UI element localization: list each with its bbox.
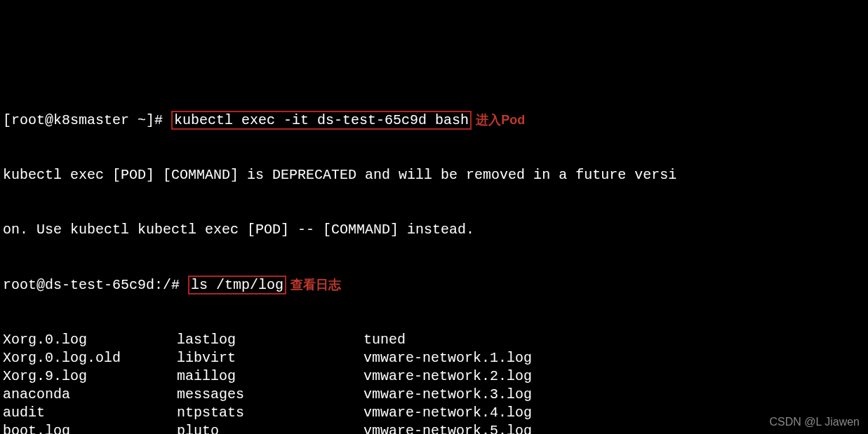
file-name: ntpstats bbox=[177, 404, 363, 422]
prompt1: [root@k8smaster ~]# bbox=[3, 112, 171, 128]
ls-output: Xorg.0.loglastlogtunedXorg.0.log.oldlibv… bbox=[3, 331, 549, 434]
cmd1-box: kubectl exec -it ds-test-65c9d bash bbox=[171, 111, 472, 130]
line-cmd2: root@ds-test-65c9d:/# ls /tmp/log查看日志 bbox=[3, 276, 865, 294]
file-name: vmware-network.1.log bbox=[363, 349, 549, 367]
file-name: vmware-network.4.log bbox=[363, 404, 549, 422]
file-name: maillog bbox=[177, 367, 363, 386]
table-row: anacondamessagesvmware-network.3.log bbox=[3, 386, 549, 404]
file-name: audit bbox=[3, 404, 177, 422]
file-name: Xorg.0.log.old bbox=[3, 349, 177, 367]
annotation-view-log: 查看日志 bbox=[291, 277, 341, 293]
prompt2: root@ds-test-65c9d:/# bbox=[3, 277, 188, 293]
terminal[interactable]: [root@k8smaster ~]# kubectl exec -it ds-… bbox=[0, 73, 868, 434]
file-name: Xorg.0.log bbox=[3, 331, 177, 349]
file-name: messages bbox=[177, 386, 363, 404]
file-name: pluto bbox=[177, 422, 363, 434]
file-name: tuned bbox=[363, 331, 549, 349]
watermark: CSDN @L Jiawen bbox=[769, 415, 860, 430]
cmd2-box: ls /tmp/log bbox=[188, 276, 286, 294]
table-row: boot.logplutovmware-network.5.log bbox=[3, 422, 549, 434]
table-row: Xorg.9.logmaillogvmware-network.2.log bbox=[3, 367, 549, 386]
file-name: anaconda bbox=[3, 386, 177, 404]
cmd2-text: ls /tmp/log bbox=[191, 277, 283, 293]
cmd1-text: kubectl exec -it ds-test-65c9d bash bbox=[174, 112, 469, 128]
deprecation-line1: kubectl exec [POD] [COMMAND] is DEPRECAT… bbox=[3, 166, 865, 184]
file-name: libvirt bbox=[177, 349, 363, 367]
file-name: vmware-network.2.log bbox=[363, 367, 549, 386]
file-name: Xorg.9.log bbox=[3, 367, 177, 386]
deprecation-line2: on. Use kubectl kubectl exec [POD] -- [C… bbox=[3, 221, 865, 239]
table-row: auditntpstatsvmware-network.4.log bbox=[3, 404, 549, 422]
file-name: vmware-network.5.log bbox=[363, 422, 549, 434]
file-name: lastlog bbox=[177, 331, 363, 349]
line-cmd1: [root@k8smaster ~]# kubectl exec -it ds-… bbox=[3, 111, 865, 130]
table-row: Xorg.0.loglastlogtuned bbox=[3, 331, 549, 349]
file-name: vmware-network.3.log bbox=[363, 386, 549, 404]
table-row: Xorg.0.log.oldlibvirtvmware-network.1.lo… bbox=[3, 349, 549, 367]
annotation-enter-pod: 进入Pod bbox=[476, 112, 525, 128]
file-name: boot.log bbox=[3, 422, 177, 434]
